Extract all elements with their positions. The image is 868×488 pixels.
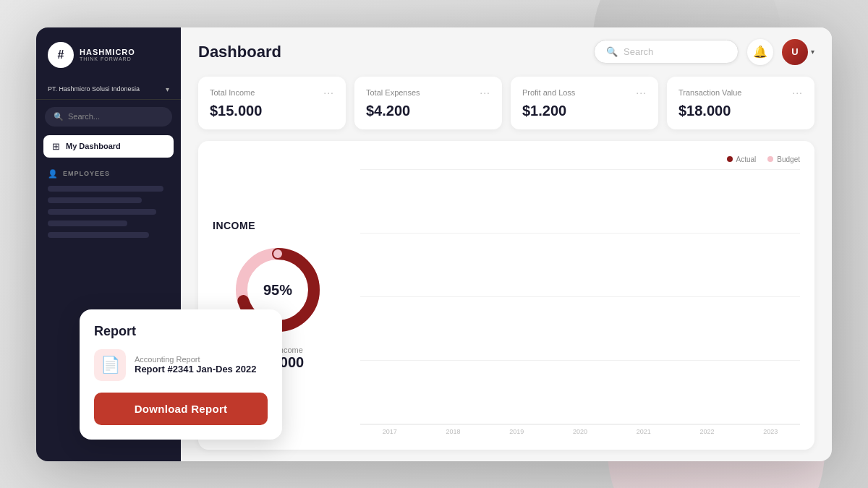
legend-budget-label: Budget [777, 155, 800, 163]
x-label-2017: 2017 [360, 428, 420, 435]
employees-icon: 👤 [48, 169, 59, 179]
stat-card-2: Profit and Loss ··· $1.200 [511, 77, 658, 129]
bar-chart-area: $25.000 $20.000 $15.000 $10.000 $5000 [360, 169, 800, 435]
report-file-icon: 📄 [101, 356, 120, 374]
report-item-label: Accounting Report [135, 355, 256, 364]
nav-item-dashboard-label: My Dashboard [66, 142, 121, 150]
dashboard-icon: ⊞ [52, 141, 60, 152]
nav-bar-5[interactable] [48, 232, 149, 238]
download-report-button[interactable]: Download Report [94, 393, 268, 425]
grid-lines [360, 169, 800, 424]
x-label-2023: 2023 [741, 428, 800, 435]
stat-value-0: $15.000 [210, 103, 334, 119]
x-axis: 2017 2018 2019 2020 2021 2022 2023 [360, 428, 800, 435]
donut-center: 95% [263, 281, 292, 298]
stat-label-3: Transaction Value [678, 88, 741, 97]
stat-more-1[interactable]: ··· [480, 87, 490, 98]
x-label-2019: 2019 [487, 428, 546, 435]
main-chart-section: INCOME 95% Actual Income $15.000 [198, 141, 814, 450]
svg-point-2 [273, 249, 282, 258]
logo-name: HASHMICRO [80, 48, 135, 56]
stat-value-2: $1.200 [522, 103, 647, 119]
nav-bar-3[interactable] [48, 209, 156, 215]
employees-section-label: 👤 EMPLOYEES [36, 162, 181, 183]
user-dropdown[interactable]: U ▾ [782, 39, 814, 65]
sidebar-search[interactable]: 🔍 [45, 107, 172, 127]
employees-label-text: EMPLOYEES [63, 170, 110, 177]
header-search-bar[interactable]: 🔍 Search [594, 40, 739, 64]
report-icon-wrap: 📄 [94, 349, 126, 381]
grid-line-5 [360, 424, 800, 424]
stat-card-0: Total Income ··· $15.000 [198, 77, 346, 129]
nav-bar-1[interactable] [48, 186, 163, 192]
legend-actual-dot [727, 156, 733, 162]
header-search-icon: 🔍 [606, 46, 618, 57]
stat-card-header-2: Profit and Loss ··· [522, 87, 647, 98]
sidebar-search-icon: 🔍 [54, 112, 64, 121]
user-chevron-icon: ▾ [811, 48, 814, 56]
stat-label-0: Total Income [210, 88, 255, 97]
logo-tagline: THINK FORWARD [80, 56, 135, 61]
stat-card-3: Transaction Value ··· $18.000 [667, 77, 814, 129]
sidebar-search-input[interactable] [68, 112, 163, 121]
grid-line-3 [360, 296, 800, 297]
stat-more-2[interactable]: ··· [636, 87, 647, 98]
nav-bar-2[interactable] [48, 197, 142, 203]
report-item-info: Accounting Report Report #2341 Jan-Des 2… [135, 355, 256, 374]
grid-line-2 [360, 233, 800, 234]
report-item: 📄 Accounting Report Report #2341 Jan-Des… [94, 349, 268, 381]
header-right: 🔍 Search 🔔 U ▾ [594, 39, 814, 65]
stat-card-header-1: Total Expenses ··· [366, 87, 490, 98]
stat-card-header-3: Transaction Value ··· [678, 87, 803, 98]
nav-item-dashboard[interactable]: ⊞ My Dashboard [43, 135, 174, 158]
legend-actual-label: Actual [736, 155, 757, 163]
user-avatar: U [782, 39, 808, 65]
notification-button[interactable]: 🔔 [747, 39, 773, 65]
stat-label-1: Total Expenses [366, 88, 420, 97]
x-label-2018: 2018 [424, 428, 483, 435]
company-selector[interactable]: PT. Hashmicro Solusi Indonesia ▾ [36, 80, 181, 100]
logo-text-block: HASHMICRO THINK FORWARD [80, 48, 135, 61]
grid-line-4 [360, 360, 800, 361]
stat-label-2: Profit and Loss [522, 88, 575, 97]
stat-card-1: Total Expenses ··· $4.200 [354, 77, 502, 129]
legend-actual: Actual [727, 155, 757, 163]
company-name: PT. Hashmicro Solusi Indonesia [48, 85, 140, 93]
legend-budget: Budget [767, 155, 800, 163]
stat-more-0[interactable]: ··· [323, 87, 334, 98]
company-chevron-icon: ▾ [166, 85, 169, 93]
donut-percent: 95% [263, 281, 292, 297]
stat-more-3[interactable]: ··· [792, 87, 803, 98]
page-title: Dashboard [198, 43, 281, 61]
stat-value-3: $18.000 [678, 103, 803, 119]
bar-chart-inner: $25.000 $20.000 $15.000 $10.000 $5000 [360, 169, 800, 425]
header: Dashboard 🔍 Search 🔔 U ▾ [181, 27, 832, 77]
report-popup-title: Report [94, 324, 268, 339]
screen-container: # HASHMICRO THINK FORWARD PT. Hashmicro … [36, 27, 832, 461]
legend-budget-dot [767, 156, 773, 162]
nav-bar-4[interactable] [48, 221, 127, 226]
report-item-name: Report #2341 Jan-Des 2022 [135, 364, 256, 374]
sidebar-logo: # HASHMICRO THINK FORWARD [36, 42, 181, 80]
stat-value-1: $4.200 [366, 103, 490, 119]
income-title: INCOME [213, 220, 255, 231]
stats-row: Total Income ··· $15.000 Total Expenses … [181, 77, 832, 141]
logo-icon: # [48, 42, 74, 68]
grid-line-1 [360, 169, 800, 170]
income-right: Actual Budget $25.000 $20.000 $15.000 [360, 155, 800, 435]
x-label-2020: 2020 [550, 428, 610, 435]
report-popup: Report 📄 Accounting Report Report #2341 … [80, 309, 282, 440]
chart-legend: Actual Budget [360, 155, 800, 163]
x-label-2021: 2021 [614, 428, 673, 435]
stat-card-header-0: Total Income ··· [210, 87, 334, 98]
header-search-placeholder: Search [624, 46, 653, 57]
x-label-2022: 2022 [678, 428, 737, 435]
